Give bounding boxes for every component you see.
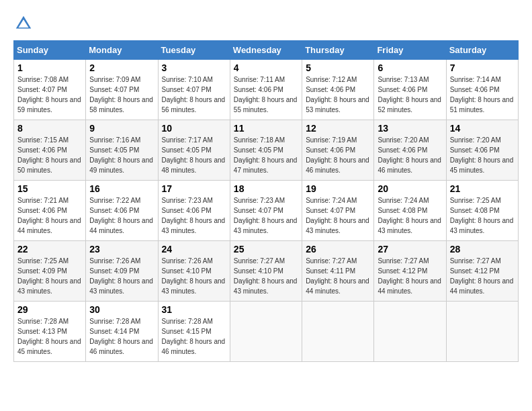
day-info: Sunrise: 7:11 AM Sunset: 4:06 PM Dayligh… xyxy=(234,76,298,113)
day-info: Sunrise: 7:13 AM Sunset: 4:06 PM Dayligh… xyxy=(378,76,441,113)
day-cell-4: 4 Sunrise: 7:11 AM Sunset: 4:06 PM Dayli… xyxy=(230,60,302,120)
day-cell-26: 26 Sunrise: 7:27 AM Sunset: 4:11 PM Dayl… xyxy=(302,241,374,302)
day-info: Sunrise: 7:20 AM Sunset: 4:06 PM Dayligh… xyxy=(450,136,514,174)
header-tuesday: Tuesday xyxy=(158,41,230,60)
day-cell-9: 9 Sunrise: 7:16 AM Sunset: 4:05 PM Dayli… xyxy=(86,120,158,181)
day-number: 23 xyxy=(89,244,154,255)
day-cell-8: 8 Sunrise: 7:15 AM Sunset: 4:06 PM Dayli… xyxy=(14,120,86,181)
day-info: Sunrise: 7:24 AM Sunset: 4:08 PM Dayligh… xyxy=(378,197,441,234)
empty-cell xyxy=(230,302,302,362)
week-row-4: 22 Sunrise: 7:25 AM Sunset: 4:09 PM Dayl… xyxy=(14,241,519,302)
day-info: Sunrise: 7:23 AM Sunset: 4:06 PM Dayligh… xyxy=(162,197,226,234)
day-number: 31 xyxy=(162,304,226,315)
day-number: 1 xyxy=(17,62,82,73)
day-number: 20 xyxy=(378,183,442,194)
day-cell-11: 11 Sunrise: 7:18 AM Sunset: 4:05 PM Dayl… xyxy=(230,120,302,181)
day-cell-21: 21 Sunrise: 7:25 AM Sunset: 4:08 PM Dayl… xyxy=(446,181,518,241)
empty-cell xyxy=(374,302,446,362)
day-cell-10: 10 Sunrise: 7:17 AM Sunset: 4:05 PM Dayl… xyxy=(158,120,230,181)
logo xyxy=(13,13,36,34)
day-number: 16 xyxy=(89,183,154,194)
day-info: Sunrise: 7:15 AM Sunset: 4:06 PM Dayligh… xyxy=(17,136,81,174)
week-row-2: 8 Sunrise: 7:15 AM Sunset: 4:06 PM Dayli… xyxy=(14,120,519,181)
day-cell-28: 28 Sunrise: 7:27 AM Sunset: 4:12 PM Dayl… xyxy=(446,241,518,302)
week-row-5: 29 Sunrise: 7:28 AM Sunset: 4:13 PM Dayl… xyxy=(14,302,519,362)
day-number: 29 xyxy=(17,304,82,315)
header-monday: Monday xyxy=(86,41,158,60)
calendar-header-row: SundayMondayTuesdayWednesdayThursdayFrid… xyxy=(14,41,519,60)
day-number: 3 xyxy=(162,62,226,73)
day-number: 27 xyxy=(378,244,442,255)
empty-cell xyxy=(302,302,374,362)
day-cell-24: 24 Sunrise: 7:26 AM Sunset: 4:10 PM Dayl… xyxy=(158,241,230,302)
day-cell-7: 7 Sunrise: 7:14 AM Sunset: 4:06 PM Dayli… xyxy=(446,60,518,120)
day-number: 14 xyxy=(450,123,515,134)
day-number: 7 xyxy=(450,62,515,73)
day-number: 15 xyxy=(17,183,82,194)
day-info: Sunrise: 7:22 AM Sunset: 4:06 PM Dayligh… xyxy=(89,197,153,234)
day-cell-18: 18 Sunrise: 7:23 AM Sunset: 4:07 PM Dayl… xyxy=(230,181,302,241)
day-number: 26 xyxy=(306,244,370,255)
day-number: 10 xyxy=(162,123,226,134)
day-cell-2: 2 Sunrise: 7:09 AM Sunset: 4:07 PM Dayli… xyxy=(86,60,158,120)
day-number: 30 xyxy=(89,304,154,315)
day-info: Sunrise: 7:16 AM Sunset: 4:05 PM Dayligh… xyxy=(89,136,153,174)
day-number: 5 xyxy=(306,62,370,73)
day-cell-31: 31 Sunrise: 7:28 AM Sunset: 4:15 PM Dayl… xyxy=(158,302,230,362)
day-info: Sunrise: 7:21 AM Sunset: 4:06 PM Dayligh… xyxy=(17,197,81,234)
day-info: Sunrise: 7:19 AM Sunset: 4:06 PM Dayligh… xyxy=(306,136,369,174)
day-info: Sunrise: 7:20 AM Sunset: 4:06 PM Dayligh… xyxy=(378,136,441,174)
day-cell-17: 17 Sunrise: 7:23 AM Sunset: 4:06 PM Dayl… xyxy=(158,181,230,241)
day-info: Sunrise: 7:14 AM Sunset: 4:06 PM Dayligh… xyxy=(450,76,514,113)
day-info: Sunrise: 7:25 AM Sunset: 4:09 PM Dayligh… xyxy=(17,257,81,295)
header-thursday: Thursday xyxy=(302,41,374,60)
day-info: Sunrise: 7:18 AM Sunset: 4:05 PM Dayligh… xyxy=(234,136,298,174)
day-cell-1: 1 Sunrise: 7:08 AM Sunset: 4:07 PM Dayli… xyxy=(14,60,86,120)
day-info: Sunrise: 7:23 AM Sunset: 4:07 PM Dayligh… xyxy=(234,197,298,234)
day-cell-12: 12 Sunrise: 7:19 AM Sunset: 4:06 PM Dayl… xyxy=(302,120,374,181)
day-info: Sunrise: 7:26 AM Sunset: 4:09 PM Dayligh… xyxy=(89,257,153,295)
week-row-1: 1 Sunrise: 7:08 AM Sunset: 4:07 PM Dayli… xyxy=(14,60,519,120)
day-cell-14: 14 Sunrise: 7:20 AM Sunset: 4:06 PM Dayl… xyxy=(446,120,518,181)
day-info: Sunrise: 7:25 AM Sunset: 4:08 PM Dayligh… xyxy=(450,197,514,234)
header xyxy=(13,13,519,34)
day-cell-27: 27 Sunrise: 7:27 AM Sunset: 4:12 PM Dayl… xyxy=(374,241,446,302)
day-number: 11 xyxy=(234,123,298,134)
header-friday: Friday xyxy=(374,41,446,60)
day-info: Sunrise: 7:17 AM Sunset: 4:05 PM Dayligh… xyxy=(162,136,226,174)
day-cell-6: 6 Sunrise: 7:13 AM Sunset: 4:06 PM Dayli… xyxy=(374,60,446,120)
header-wednesday: Wednesday xyxy=(230,41,302,60)
header-saturday: Saturday xyxy=(446,41,518,60)
day-number: 6 xyxy=(378,62,442,73)
day-number: 18 xyxy=(234,183,298,194)
day-info: Sunrise: 7:28 AM Sunset: 4:13 PM Dayligh… xyxy=(17,318,81,355)
calendar: SundayMondayTuesdayWednesdayThursdayFrid… xyxy=(13,40,519,362)
day-cell-3: 3 Sunrise: 7:10 AM Sunset: 4:07 PM Dayli… xyxy=(158,60,230,120)
day-number: 4 xyxy=(234,62,298,73)
day-number: 2 xyxy=(89,62,154,73)
day-cell-29: 29 Sunrise: 7:28 AM Sunset: 4:13 PM Dayl… xyxy=(14,302,86,362)
day-cell-20: 20 Sunrise: 7:24 AM Sunset: 4:08 PM Dayl… xyxy=(374,181,446,241)
day-cell-30: 30 Sunrise: 7:28 AM Sunset: 4:14 PM Dayl… xyxy=(86,302,158,362)
day-cell-15: 15 Sunrise: 7:21 AM Sunset: 4:06 PM Dayl… xyxy=(14,181,86,241)
header-sunday: Sunday xyxy=(14,41,86,60)
day-info: Sunrise: 7:24 AM Sunset: 4:07 PM Dayligh… xyxy=(306,197,369,234)
day-number: 24 xyxy=(162,244,226,255)
logo-icon xyxy=(13,13,34,34)
day-info: Sunrise: 7:27 AM Sunset: 4:12 PM Dayligh… xyxy=(450,257,514,295)
day-cell-16: 16 Sunrise: 7:22 AM Sunset: 4:06 PM Dayl… xyxy=(86,181,158,241)
day-number: 17 xyxy=(162,183,226,194)
day-info: Sunrise: 7:28 AM Sunset: 4:15 PM Dayligh… xyxy=(162,318,226,355)
day-number: 13 xyxy=(378,123,442,134)
day-cell-25: 25 Sunrise: 7:27 AM Sunset: 4:10 PM Dayl… xyxy=(230,241,302,302)
day-info: Sunrise: 7:27 AM Sunset: 4:11 PM Dayligh… xyxy=(306,257,369,295)
day-info: Sunrise: 7:12 AM Sunset: 4:06 PM Dayligh… xyxy=(306,76,369,113)
day-info: Sunrise: 7:26 AM Sunset: 4:10 PM Dayligh… xyxy=(162,257,226,295)
day-info: Sunrise: 7:09 AM Sunset: 4:07 PM Dayligh… xyxy=(89,76,153,113)
day-number: 19 xyxy=(306,183,370,194)
day-cell-23: 23 Sunrise: 7:26 AM Sunset: 4:09 PM Dayl… xyxy=(86,241,158,302)
day-number: 8 xyxy=(17,123,82,134)
week-row-3: 15 Sunrise: 7:21 AM Sunset: 4:06 PM Dayl… xyxy=(14,181,519,241)
day-info: Sunrise: 7:28 AM Sunset: 4:14 PM Dayligh… xyxy=(89,318,153,355)
day-cell-5: 5 Sunrise: 7:12 AM Sunset: 4:06 PM Dayli… xyxy=(302,60,374,120)
